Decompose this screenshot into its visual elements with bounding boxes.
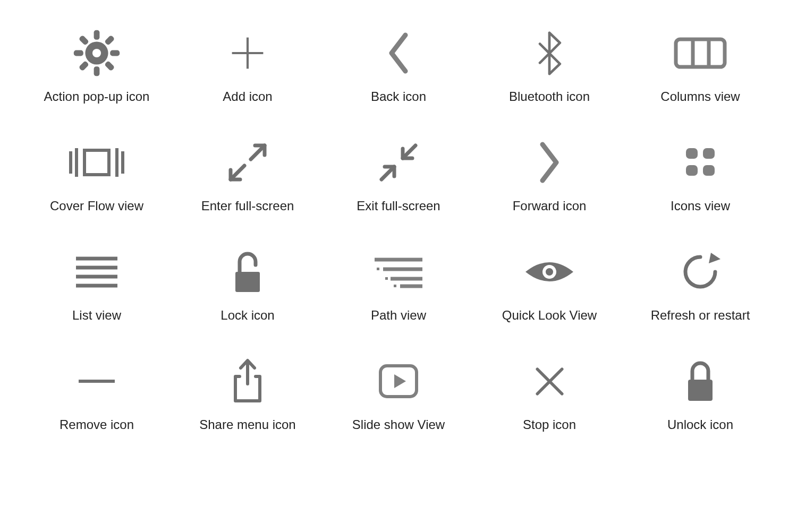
cell-back: Back icon: [334, 27, 463, 104]
cell-forward: Forward icon: [485, 136, 614, 213]
label-columns: Columns view: [660, 89, 740, 104]
cell-slideshow: Slide show View: [334, 355, 463, 432]
locked-padlock-icon: [652, 355, 748, 408]
cell-exit-fullscreen: Exit full-screen: [334, 136, 463, 213]
svg-rect-12: [676, 39, 725, 67]
bluetooth-icon: [502, 27, 597, 80]
plus-icon: [200, 27, 295, 80]
label-action-popup: Action pop-up icon: [44, 89, 150, 104]
cell-unlock: Unlock icon: [635, 355, 765, 432]
label-remove: Remove icon: [60, 417, 134, 432]
cell-action-popup: Action pop-up icon: [32, 27, 162, 104]
svg-rect-6: [79, 61, 89, 71]
label-share: Share menu icon: [199, 417, 295, 432]
svg-rect-1: [94, 30, 100, 40]
cell-list-view: List view: [32, 245, 162, 323]
svg-rect-3: [74, 50, 83, 56]
svg-line-20: [251, 145, 265, 159]
cell-coverflow: Cover Flow view: [32, 136, 162, 213]
svg-line-22: [403, 145, 416, 158]
svg-rect-37: [377, 268, 379, 270]
icon-grid: Action pop-up icon Add icon Back icon: [0, 0, 797, 459]
svg-rect-32: [235, 272, 260, 292]
label-unlock: Unlock icon: [667, 417, 733, 432]
columns-view-icon: [652, 27, 748, 80]
cover-flow-icon: [49, 136, 145, 189]
cell-quicklook: Quick Look View: [485, 245, 614, 323]
x-icon: [502, 355, 597, 408]
eye-icon: [502, 245, 597, 298]
cell-remove: Remove icon: [32, 355, 162, 432]
svg-rect-26: [686, 165, 698, 176]
label-coverflow: Cover Flow view: [50, 199, 143, 213]
svg-rect-27: [703, 165, 715, 176]
exit-fullscreen-icon: [351, 136, 446, 189]
svg-rect-39: [394, 285, 396, 287]
label-enter-fullscreen: Enter full-screen: [201, 199, 294, 213]
label-exit-fullscreen: Exit full-screen: [357, 199, 440, 213]
svg-rect-2: [94, 66, 100, 76]
cell-columns: Columns view: [635, 27, 765, 104]
label-add: Add icon: [223, 89, 272, 104]
label-list-view: List view: [72, 308, 121, 323]
cell-share: Share menu icon: [183, 355, 312, 432]
cell-add: Add icon: [183, 27, 312, 104]
list-view-icon: [49, 245, 145, 298]
enter-fullscreen-icon: [200, 136, 295, 189]
cell-refresh: Refresh or restart: [635, 245, 765, 323]
svg-line-21: [231, 166, 244, 179]
svg-rect-15: [84, 150, 109, 175]
svg-marker-42: [709, 253, 720, 263]
label-quicklook: Quick Look View: [502, 308, 597, 323]
label-slideshow: Slide show View: [352, 417, 445, 432]
svg-rect-8: [104, 61, 115, 71]
svg-rect-38: [385, 277, 388, 280]
label-icons-view: Icons view: [671, 199, 730, 213]
minus-icon: [49, 355, 145, 408]
label-forward: Forward icon: [513, 199, 587, 213]
svg-rect-49: [688, 380, 713, 401]
icons-view-icon: [652, 136, 748, 189]
cell-bluetooth: Bluetooth icon: [485, 27, 614, 104]
label-back: Back icon: [371, 89, 426, 104]
label-refresh: Refresh or restart: [651, 308, 750, 323]
cell-path-view: Path view: [334, 245, 463, 323]
chevron-right-icon: [502, 136, 597, 189]
svg-rect-24: [686, 148, 698, 159]
svg-rect-5: [104, 35, 115, 46]
gear-icon: [49, 27, 145, 80]
refresh-icon: [652, 245, 748, 298]
svg-rect-25: [703, 148, 715, 159]
cell-enter-fullscreen: Enter full-screen: [183, 136, 312, 213]
svg-line-23: [381, 167, 394, 179]
svg-point-41: [546, 268, 553, 276]
svg-marker-46: [394, 374, 406, 388]
cell-lock: Lock icon: [183, 245, 312, 323]
unlocked-padlock-icon: [200, 245, 295, 298]
slideshow-icon: [351, 355, 446, 408]
svg-point-9: [92, 49, 101, 57]
svg-rect-7: [79, 35, 89, 46]
label-lock: Lock icon: [221, 308, 274, 323]
svg-rect-4: [110, 50, 120, 56]
share-icon: [200, 355, 295, 408]
label-bluetooth: Bluetooth icon: [509, 89, 590, 104]
cell-stop: Stop icon: [485, 355, 614, 432]
cell-icons-view: Icons view: [635, 136, 765, 213]
chevron-left-icon: [351, 27, 446, 80]
label-path-view: Path view: [371, 308, 426, 323]
path-view-icon: [351, 245, 446, 298]
label-stop: Stop icon: [523, 417, 576, 432]
